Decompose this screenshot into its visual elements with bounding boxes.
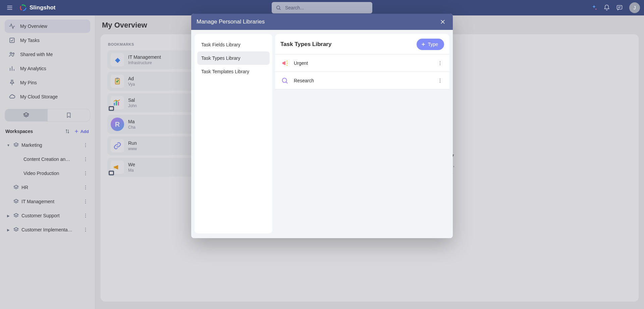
hamburger-icon <box>6 4 13 11</box>
user-avatar[interactable]: J <box>629 2 640 13</box>
search-icon <box>276 5 281 11</box>
library-empty-area <box>275 89 449 233</box>
top-bar: Slingshot J <box>0 0 644 15</box>
app-name: Slingshot <box>30 4 55 11</box>
svg-point-57 <box>440 61 440 62</box>
svg-point-6 <box>276 6 279 9</box>
modal-title: Manage Personal Libraries <box>197 18 265 25</box>
svg-point-62 <box>440 79 440 79</box>
svg-point-59 <box>440 64 440 65</box>
library-nav-templates[interactable]: Task Templates Library <box>197 65 270 78</box>
notifications-button[interactable] <box>601 2 612 13</box>
task-type-label: Research <box>294 78 431 83</box>
row-more-button[interactable] <box>436 77 444 85</box>
task-type-label: Urgent <box>294 60 431 66</box>
library-nav-fields[interactable]: Task Fields Library <box>197 38 270 51</box>
library-nav-types[interactable]: Task Types Library <box>197 51 270 65</box>
library-content-title: Task Types Library <box>280 41 331 48</box>
chat-button[interactable] <box>614 2 625 13</box>
add-type-button[interactable]: Type <box>417 39 444 50</box>
svg-point-64 <box>440 82 440 82</box>
search-input[interactable] <box>284 5 368 11</box>
task-type-row-urgent[interactable]: Urgent <box>275 54 449 72</box>
library-content: Task Types Library Type Urgent <box>275 34 449 233</box>
app-logo[interactable]: Slingshot <box>19 4 55 11</box>
svg-line-61 <box>286 82 287 83</box>
sparkle-icon <box>591 4 597 11</box>
global-search[interactable] <box>272 2 372 13</box>
svg-rect-8 <box>617 5 622 9</box>
plus-icon <box>421 42 426 47</box>
modal-header: Manage Personal Libraries <box>191 14 453 30</box>
avatar-initial: J <box>634 5 636 10</box>
search-icon <box>280 76 289 85</box>
ai-sparkle-button[interactable] <box>588 2 600 13</box>
library-nav: Task Fields Library Task Types Library T… <box>195 34 272 233</box>
bell-icon <box>603 4 610 11</box>
modal-overlay[interactable]: Manage Personal Libraries Task Fields Li… <box>0 15 644 309</box>
manage-libraries-modal: Manage Personal Libraries Task Fields Li… <box>191 14 453 238</box>
svg-point-60 <box>282 78 287 82</box>
svg-line-7 <box>279 9 280 10</box>
megaphone-icon <box>280 59 289 68</box>
logo-mark-icon <box>19 4 27 11</box>
close-icon <box>440 19 446 25</box>
modal-close-button[interactable] <box>438 17 447 27</box>
task-type-row-research[interactable]: Research <box>275 72 449 89</box>
chat-icon <box>616 4 623 11</box>
row-more-button[interactable] <box>436 59 444 67</box>
more-vertical-icon <box>437 78 443 83</box>
svg-point-63 <box>440 80 440 81</box>
svg-point-58 <box>440 62 440 63</box>
hamburger-menu-button[interactable] <box>4 2 15 13</box>
add-type-label: Type <box>428 42 438 47</box>
more-vertical-icon <box>437 60 443 66</box>
